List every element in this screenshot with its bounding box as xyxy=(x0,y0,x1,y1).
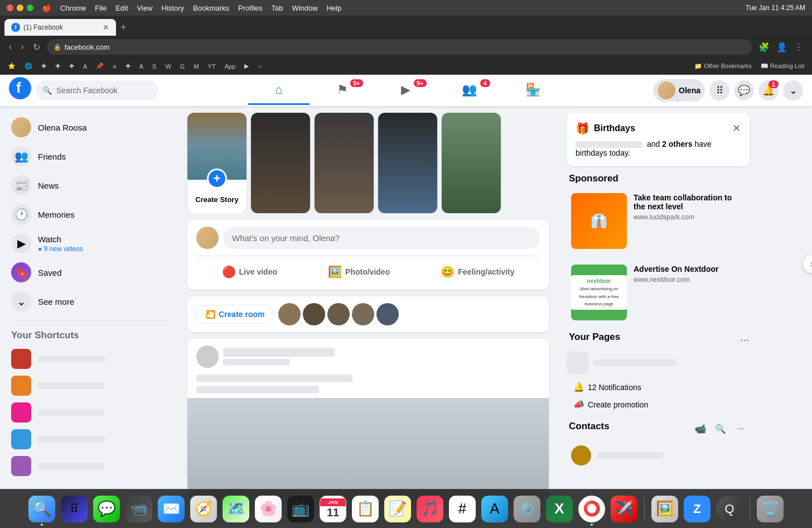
bookmark-4[interactable]: ✚ xyxy=(66,61,78,71)
dock-reminders[interactable]: 📋 xyxy=(351,495,380,524)
apple-menu[interactable]: 🍎 xyxy=(42,4,51,12)
minimize-button[interactable] xyxy=(17,4,23,11)
dock-mail[interactable]: ✉️ xyxy=(157,495,186,524)
photo-video-action[interactable]: 🖼️ Photo/video xyxy=(319,261,399,283)
bookmark-9[interactable]: S xyxy=(149,62,160,71)
more-contacts-button[interactable]: ··· xyxy=(732,420,750,438)
bookmark-6[interactable]: 📌 xyxy=(93,61,107,71)
profile-button[interactable]: Olena xyxy=(653,79,705,102)
apps-button[interactable]: ⠿ xyxy=(709,80,729,100)
sidebar-profile[interactable]: Olena Roosa xyxy=(4,113,174,142)
dock-slack[interactable]: # xyxy=(448,495,477,524)
add-story-button[interactable]: + xyxy=(207,169,227,189)
more-button[interactable]: ⋮ xyxy=(792,40,805,55)
mac-window-controls[interactable] xyxy=(7,4,33,11)
dock-systemprefs[interactable]: ⚙️ xyxy=(513,495,542,524)
dock-launchpad[interactable]: ⠿ xyxy=(60,495,89,524)
dock-calendar[interactable]: JAN 11 xyxy=(318,495,347,524)
chrome-menu[interactable]: Chrome xyxy=(60,4,86,12)
pages-more-button[interactable]: ··· xyxy=(740,333,750,346)
window-menu[interactable]: Window xyxy=(292,4,317,12)
new-tab-button[interactable]: + xyxy=(118,20,129,36)
reading-list[interactable]: 📖 Reading List xyxy=(757,61,808,71)
bookmark-app[interactable]: App xyxy=(221,62,239,71)
active-tab[interactable]: f (1) Facebook ✕ xyxy=(4,19,116,36)
sidebar-item-news[interactable]: 📰 News xyxy=(4,171,174,200)
bookmark-12[interactable]: ▶ xyxy=(241,61,252,71)
birthday-close-button[interactable]: ✕ xyxy=(732,122,741,135)
nav-watch[interactable]: ▶ 9+ xyxy=(375,76,437,105)
dock-preview[interactable]: 🖼️ xyxy=(650,495,679,524)
notifications-button[interactable]: 🔔 1 xyxy=(758,80,779,100)
search-contacts-button[interactable]: 🔍 xyxy=(712,420,729,438)
shortcut-1[interactable] xyxy=(4,345,174,372)
bookmarks-menu[interactable]: Bookmarks xyxy=(193,4,229,12)
file-menu[interactable]: File xyxy=(95,4,107,12)
feeling-action[interactable]: 😊 Feeling/activity xyxy=(432,261,523,283)
profile-button[interactable]: 👤 xyxy=(774,40,790,55)
back-button[interactable]: ‹ xyxy=(7,40,14,54)
dock-maps[interactable]: 🗺️ xyxy=(221,495,250,524)
shortcut-2[interactable] xyxy=(4,372,174,399)
story-4[interactable] xyxy=(378,113,437,213)
shortcut-3[interactable] xyxy=(4,399,174,426)
bookmark-3[interactable]: ✚ xyxy=(52,61,64,71)
sidebar-item-friends[interactable]: 👥 Friends xyxy=(4,142,174,171)
bookmark-gmail[interactable]: M xyxy=(190,62,202,71)
create-story-card[interactable]: + Create Story xyxy=(187,113,246,213)
other-bookmarks[interactable]: 📁 Other Bookmarks xyxy=(691,61,755,71)
sponsored-ad-1[interactable]: 👔 Take team collaboration to the next le… xyxy=(567,189,750,253)
sponsored-ad-2[interactable]: nextdoorStart advertising on Nextdoor wi… xyxy=(567,260,750,325)
bookmark-7[interactable]: ≡ xyxy=(109,62,119,71)
dock-quicktime[interactable]: Q xyxy=(715,495,744,524)
bookmark-8[interactable]: ✚ xyxy=(122,61,134,71)
address-bar[interactable]: 🔒 facebook.com xyxy=(47,39,752,55)
new-video-call-button[interactable]: 📹 xyxy=(692,420,709,438)
history-menu[interactable]: History xyxy=(162,4,184,12)
dock-zoom[interactable]: Z xyxy=(683,495,712,524)
bookmark-2[interactable]: ✚ xyxy=(38,61,50,71)
sidebar-item-saved[interactable]: 🔖 Saved xyxy=(4,258,174,287)
bookmark-5[interactable]: A xyxy=(80,62,90,71)
messenger-button[interactable]: 💬 xyxy=(734,80,754,100)
dock-notes[interactable]: 📝 xyxy=(383,495,412,524)
profiles-menu[interactable]: Profiles xyxy=(238,4,262,12)
whats-on-your-mind[interactable]: What's on your mind, Olena? xyxy=(223,227,540,249)
story-3[interactable] xyxy=(315,113,374,213)
extensions-button[interactable]: 🧩 xyxy=(756,40,772,55)
tab-close-button[interactable]: ✕ xyxy=(103,23,109,32)
dock-appstore[interactable]: A xyxy=(480,495,509,524)
forward-button[interactable]: › xyxy=(18,40,26,54)
story-5[interactable] xyxy=(442,113,501,213)
search-bar[interactable]: 🔍 Search Facebook xyxy=(36,80,158,100)
sidebar-see-more[interactable]: ⌄ See more xyxy=(4,287,174,316)
contact-1[interactable] xyxy=(567,442,750,469)
bookmark-1[interactable]: 🌐 xyxy=(21,61,36,71)
facebook-logo[interactable]: f xyxy=(9,77,31,104)
bookmark-11[interactable]: G xyxy=(177,62,188,71)
reload-button[interactable]: ↻ xyxy=(31,40,42,55)
dock-finder[interactable]: 🔍 xyxy=(27,495,56,524)
shortcut-5[interactable] xyxy=(4,453,174,479)
create-promotion-action[interactable]: 📣 Create promotion xyxy=(567,396,750,413)
dock-facetime[interactable]: 📹 xyxy=(124,495,153,524)
dock-messages[interactable]: 💬 xyxy=(92,495,121,524)
live-video-action[interactable]: 🔴 Live video xyxy=(213,261,286,283)
bookmark-star[interactable]: ⭐ xyxy=(4,61,19,71)
help-menu[interactable]: Help xyxy=(327,4,342,12)
nav-home[interactable]: ⌂ xyxy=(248,76,310,105)
sidebar-item-watch[interactable]: ▶ Watch ● 9 new videos xyxy=(4,229,174,258)
tab-menu[interactable]: Tab xyxy=(271,4,283,12)
dock-excel[interactable]: X xyxy=(545,495,574,524)
shortcut-4[interactable] xyxy=(4,426,174,453)
edit-menu[interactable]: Edit xyxy=(115,4,128,12)
bookmark-amazon[interactable]: A xyxy=(136,62,147,71)
dock-airmail[interactable]: ✈️ xyxy=(610,495,639,524)
maximize-button[interactable] xyxy=(27,4,33,11)
dock-trash[interactable]: 🗑️ xyxy=(756,495,785,524)
nav-marketplace[interactable]: 🏪 xyxy=(502,76,564,105)
bookmark-yt[interactable]: YT xyxy=(205,62,219,71)
sidebar-item-memories[interactable]: 🕐 Memories xyxy=(4,200,174,229)
nav-friends[interactable]: ⚑ 9+ xyxy=(312,76,373,105)
dock-safari[interactable]: 🧭 xyxy=(189,495,218,524)
